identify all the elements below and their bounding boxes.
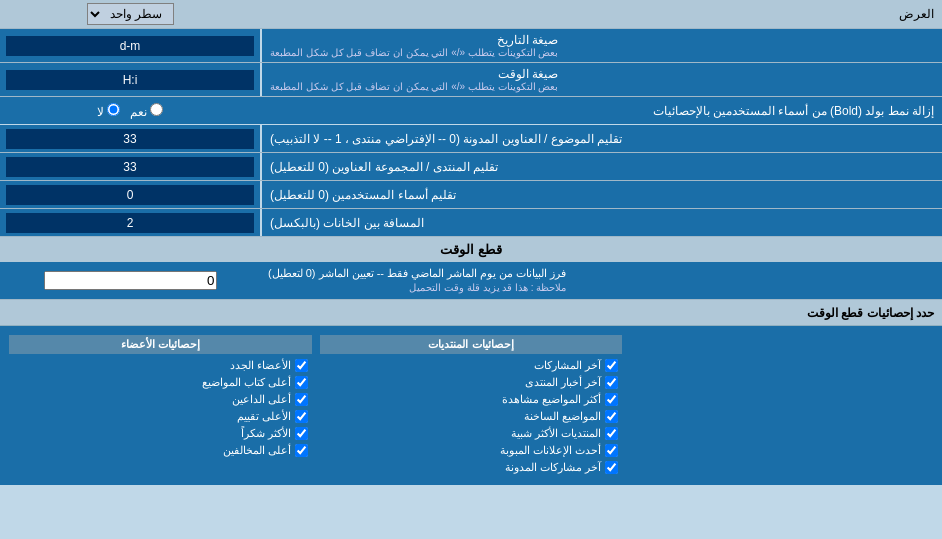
user-names-row: تقليم أسماء المستخدمين (0 للتعطيل)	[0, 181, 942, 209]
stats-limit-header: حدد إحصائيات قطع الوقت	[0, 300, 942, 326]
stat-checkbox-2-5[interactable]	[295, 444, 308, 457]
column-spacing-row: المسافة بين الخانات (بالبكسل)	[0, 209, 942, 237]
date-format-input[interactable]	[6, 36, 254, 56]
stat-checkbox-2-2[interactable]	[295, 393, 308, 406]
user-names-label: تقليم أسماء المستخدمين (0 للتعطيل)	[260, 181, 942, 208]
column-spacing-label: المسافة بين الخانات (بالبكسل)	[260, 209, 942, 236]
cutoff-input[interactable]	[44, 271, 217, 290]
stats-section: إحصائيات المنتديات آخر المشاركات آخر أخب…	[0, 326, 942, 485]
bold-label: إزالة نمط بولد (Bold) من أسماء المستخدمي…	[260, 100, 942, 122]
stat-item: آخر المشاركات	[320, 357, 623, 374]
forum-titles-input[interactable]	[6, 157, 254, 177]
cutoff-input-wrapper	[0, 262, 260, 299]
stats-limit-label: حدد إحصائيات قطع الوقت	[8, 306, 934, 320]
display-row: العرض سطر واحد سطرين ثلاثة أسطر	[0, 0, 942, 29]
date-format-input-wrapper	[0, 29, 260, 62]
forum-titles-input-wrapper	[0, 153, 260, 180]
stat-item: أعلى الداعين	[9, 391, 312, 408]
stats-col-3	[626, 331, 937, 480]
stat-item: الأعلى تقييم	[9, 408, 312, 425]
stats-col-2: إحصائيات الأعضاء الأعضاء الجدد أعلى كتاب…	[5, 331, 316, 480]
display-label: العرض	[260, 3, 942, 25]
stat-item: آخر أخبار المنتدى	[320, 374, 623, 391]
stat-item: المنتديات الأكثر شبية	[320, 425, 623, 442]
stats-columns: إحصائيات المنتديات آخر المشاركات آخر أخب…	[5, 331, 937, 480]
stats-col1-header: إحصائيات المنتديات	[320, 335, 623, 354]
bold-yes-label: نعم	[130, 103, 163, 119]
display-select-wrapper: سطر واحد سطرين ثلاثة أسطر	[0, 0, 260, 28]
stat-checkbox-2-4[interactable]	[295, 427, 308, 440]
cutoff-label: فرز البيانات من يوم الماشر الماضي فقط --…	[260, 262, 942, 299]
topic-titles-input[interactable]	[6, 129, 254, 149]
stat-checkbox-1-1[interactable]	[605, 376, 618, 389]
main-container: العرض سطر واحد سطرين ثلاثة أسطر صيغة الت…	[0, 0, 942, 485]
bold-radio-wrapper: نعم لا	[0, 100, 260, 122]
column-spacing-input-wrapper	[0, 209, 260, 236]
stat-checkbox-1-4[interactable]	[605, 427, 618, 440]
stat-item: المواضيع الساخنة	[320, 408, 623, 425]
cutoff-header: قطع الوقت	[0, 237, 942, 262]
stat-item: أكثر المواضيع مشاهدة	[320, 391, 623, 408]
stat-checkbox-2-1[interactable]	[295, 376, 308, 389]
stat-item: أعلى كتاب المواضيع	[9, 374, 312, 391]
topic-titles-row: تقليم الموضوع / العناوين المدونة (0 -- ا…	[0, 125, 942, 153]
stat-item: أحدث الإعلانات المبوبة	[320, 442, 623, 459]
stat-checkbox-2-3[interactable]	[295, 410, 308, 423]
bold-no-radio[interactable]	[107, 103, 120, 116]
stats-col3-header	[630, 335, 933, 361]
bold-row: إزالة نمط بولد (Bold) من أسماء المستخدمي…	[0, 97, 942, 125]
forum-titles-label: تقليم المنتدى / المجموعة العناوين (0 للت…	[260, 153, 942, 180]
date-format-row: صيغة التاريخ بعض التكوينات يتطلب «/» الت…	[0, 29, 942, 63]
forum-titles-row: تقليم المنتدى / المجموعة العناوين (0 للت…	[0, 153, 942, 181]
topic-titles-label: تقليم الموضوع / العناوين المدونة (0 -- ا…	[260, 125, 942, 152]
date-format-label: صيغة التاريخ بعض التكوينات يتطلب «/» الت…	[260, 29, 942, 62]
bold-yes-radio[interactable]	[150, 103, 163, 116]
stat-item: أعلى المخالفين	[9, 442, 312, 459]
stat-checkbox-1-5[interactable]	[605, 444, 618, 457]
stat-item: الأعضاء الجدد	[9, 357, 312, 374]
time-format-row: صيغة الوقت بعض التكوينات يتطلب «/» التي …	[0, 63, 942, 97]
column-spacing-input[interactable]	[6, 213, 254, 233]
stats-col2-header: إحصائيات الأعضاء	[9, 335, 312, 354]
time-format-input[interactable]	[6, 70, 254, 90]
time-format-input-wrapper	[0, 63, 260, 96]
topic-titles-input-wrapper	[0, 125, 260, 152]
user-names-input-wrapper	[0, 181, 260, 208]
stat-checkbox-1-0[interactable]	[605, 359, 618, 372]
display-select[interactable]: سطر واحد سطرين ثلاثة أسطر	[87, 3, 174, 25]
stat-checkbox-1-6[interactable]	[605, 461, 618, 474]
stat-checkbox-1-3[interactable]	[605, 410, 618, 423]
bold-no-label: لا	[97, 103, 120, 119]
stat-checkbox-2-0[interactable]	[295, 359, 308, 372]
time-format-label: صيغة الوقت بعض التكوينات يتطلب «/» التي …	[260, 63, 942, 96]
user-names-input[interactable]	[6, 185, 254, 205]
stats-col-1: إحصائيات المنتديات آخر المشاركات آخر أخب…	[316, 331, 627, 480]
stat-item: آخر مشاركات المدونة	[320, 459, 623, 476]
stat-item: الأكثر شكراً	[9, 425, 312, 442]
stat-checkbox-1-2[interactable]	[605, 393, 618, 406]
cutoff-row: فرز البيانات من يوم الماشر الماضي فقط --…	[0, 262, 942, 300]
